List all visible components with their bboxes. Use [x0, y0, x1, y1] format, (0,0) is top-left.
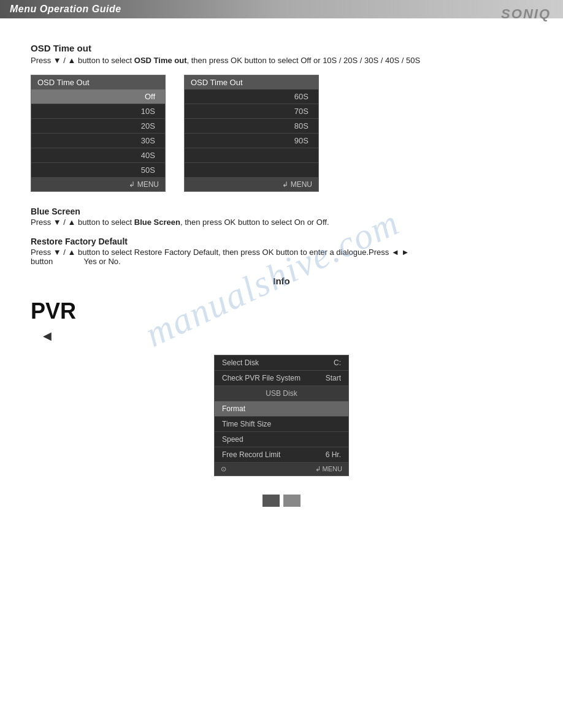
pvr-menu: Select Disk C: Check PVR File System Sta… [214, 355, 349, 476]
pvr-menu-row-format: Format [215, 401, 348, 417]
pvr-menu-row-speed: Speed [215, 432, 348, 447]
pvr-menu-footer: ⊙ ↲ MENU [215, 463, 348, 476]
header-title: Menu Operation Guide [10, 4, 121, 15]
pvr-menu-row-time-shift: Time Shift Size [215, 417, 348, 432]
osd-table-2: OSD Time Out 60S 70S 80S 90S ↲ MENU [184, 75, 319, 192]
pvr-arrow: ◀ [43, 329, 532, 343]
osd-table-1-header: OSD Time Out [31, 75, 165, 89]
osd-table-1-row-50s: 50S [31, 163, 165, 178]
pvr-menu-row-check-pvr: Check PVR File System Start [215, 371, 348, 386]
osd-table-1-row-off: Off [31, 89, 165, 104]
pvr-menu-label-free-record: Free Record Limit [222, 450, 280, 459]
blue-screen-suffix: , then press OK button to select On or O… [180, 218, 329, 227]
osd-desc-bold: OSD Time out [134, 56, 187, 65]
osd-table-2-row-empty1 [185, 148, 318, 163]
osd-desc-prefix: Press ▼ / ▲ button to select [31, 56, 134, 65]
osd-table-2-row-90s: 90S [185, 134, 318, 148]
osd-table-1: OSD Time Out Off 10S 20S 30S 40S 50S ↲ M… [31, 75, 166, 192]
blue-screen-desc: Press ▼ / ▲ button to select Blue Screen… [31, 218, 532, 227]
restore-factory-text2: button Yes or No. [31, 257, 121, 266]
pvr-menu-label-usb-disk: USB Disk [266, 389, 297, 398]
osd-table-1-row-10s: 10S [31, 104, 165, 119]
pvr-menu-footer-left: ⊙ [221, 465, 226, 473]
pvr-menu-label-time-shift: Time Shift Size [222, 420, 271, 428]
osd-table-2-footer: ↲ MENU [185, 178, 318, 191]
pvr-menu-container: Select Disk C: Check PVR File System Sta… [31, 355, 532, 476]
osd-desc-suffix: , then press OK button to select Off or … [187, 56, 421, 65]
osd-table-2-header: OSD Time Out [185, 75, 318, 89]
blue-screen-prefix: Press ▼ / ▲ button to select [31, 218, 134, 227]
osd-table-1-row-20s: 20S [31, 119, 165, 134]
logo-text: SONIQ [501, 6, 551, 21]
pvr-title: PVR [31, 298, 532, 324]
pvr-menu-row-free-record: Free Record Limit 6 Hr. [215, 447, 348, 463]
osd-table-2-row-80s: 80S [185, 119, 318, 134]
pvr-menu-row-usb-disk: USB Disk [215, 386, 348, 401]
info-title: Info [31, 276, 532, 286]
osd-timeout-title: OSD Time out [31, 43, 532, 53]
osd-tables: OSD Time Out Off 10S 20S 30S 40S 50S ↲ M… [31, 75, 532, 192]
blue-screen-bold: Blue Screen [134, 218, 180, 227]
page-num-2[interactable] [283, 495, 301, 507]
osd-table-1-row-40s: 40S [31, 148, 165, 163]
pvr-menu-label-select-disk: Select Disk [222, 358, 259, 367]
pvr-menu-value-check-pvr: Start [326, 374, 341, 382]
soniq-logo: SONIQ [501, 6, 551, 22]
page-num-1[interactable] [262, 495, 280, 507]
restore-factory-text: Press ▼ / ▲ button to select Restore Fac… [31, 248, 409, 257]
pvr-menu-footer-right: ↲ MENU [315, 465, 342, 473]
osd-table-2-row-70s: 70S [185, 104, 318, 119]
osd-table-2-row-empty2 [185, 163, 318, 178]
restore-factory-desc: Press ▼ / ▲ button to select Restore Fac… [31, 248, 532, 266]
pvr-menu-label-check-pvr: Check PVR File System [222, 374, 301, 382]
pvr-menu-label-speed: Speed [222, 435, 243, 444]
pvr-menu-row-select-disk: Select Disk C: [215, 355, 348, 371]
osd-table-2-row-60s: 60S [185, 89, 318, 104]
restore-factory-title: Restore Factory Default [31, 237, 532, 246]
pagination [31, 495, 532, 507]
pvr-menu-label-format: Format [222, 404, 245, 413]
osd-timeout-desc: Press ▼ / ▲ button to select OSD Time ou… [31, 56, 532, 65]
osd-table-1-row-30s: 30S [31, 134, 165, 148]
pvr-menu-value-free-record: 6 Hr. [326, 450, 341, 459]
page-content: OSD Time out Press ▼ / ▲ button to selec… [0, 18, 563, 525]
blue-screen-title: Blue Screen [31, 207, 532, 216]
page-header: Menu Operation Guide [0, 0, 563, 18]
pvr-menu-value-select-disk: C: [334, 358, 341, 367]
osd-table-1-footer: ↲ MENU [31, 178, 165, 191]
